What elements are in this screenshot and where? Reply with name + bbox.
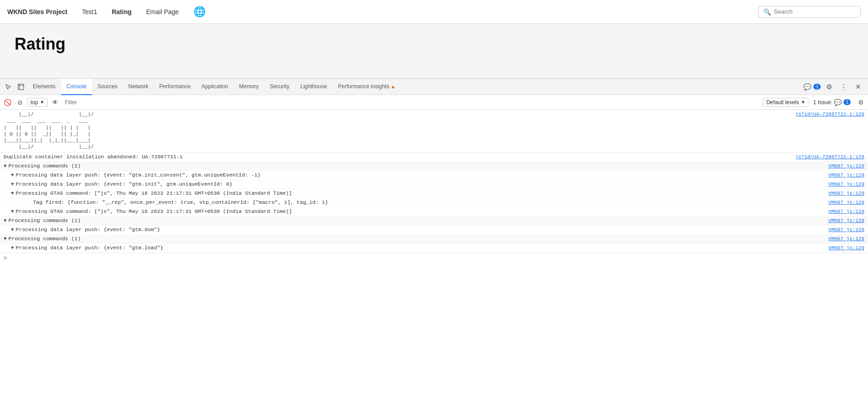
init-consent-source[interactable]: VM607 js:129 — [828, 172, 864, 178]
init-consent-text: Processing data layer push: {event: "gtm… — [16, 172, 828, 178]
expand-cmd2[interactable]: ▼ — [4, 163, 7, 169]
inspect-icon[interactable] — [15, 81, 27, 93]
init-text: Processing data layer push: {event: "gtm… — [16, 181, 828, 187]
entry-gtm-load: ▼ Processing data layer push: {event: "g… — [0, 244, 868, 253]
nav-link-test1[interactable]: Test1 — [82, 8, 97, 15]
cmd1b-label: Processing commands (1) — [9, 236, 828, 242]
tab-performance[interactable]: Performance — [154, 79, 196, 95]
cmd1b-source[interactable]: VM607 js:129 — [828, 236, 864, 242]
gtag2-source[interactable]: VM607 js:129 — [828, 208, 864, 214]
tab-memory[interactable]: Memory — [234, 79, 264, 95]
nav-link-rating[interactable]: Rating — [112, 8, 132, 15]
entry-gtag2: ▼ Processing GTAG command: ["js", Thu Ma… — [0, 207, 868, 217]
ascii-line-google: ___ ___ ___ ___ _ ___ — [4, 118, 864, 124]
issues-button[interactable]: 💬 1 — [803, 83, 821, 91]
tab-security[interactable]: Security — [264, 79, 295, 95]
entry-init-consent: ▼ Processing data layer push: {event: "g… — [0, 171, 868, 180]
tab-elements[interactable]: Elements — [27, 79, 61, 95]
search-input[interactable] — [774, 8, 856, 15]
source-link-duplicate[interactable]: js?id=UA-72067721-1:129 — [795, 154, 864, 160]
ascii-art-section: js?id=UA-72067721-1:129 |__|/ |__|/ ___ … — [0, 110, 868, 153]
tab-sources[interactable]: Sources — [92, 79, 123, 95]
cmd2-label: Processing commands (2) — [9, 163, 828, 169]
gtag1-text: Processing GTAG command: ["js", Thu May … — [16, 190, 828, 196]
devtools-actions: 💬 1 ⚙ ⋮ ✕ — [803, 81, 866, 93]
tab-network[interactable]: Network — [123, 79, 154, 95]
chat-icon: 💬 — [803, 83, 811, 91]
entry-init: ▼ Processing data layer push: {event: "g… — [0, 180, 868, 189]
cmd2-source[interactable]: VM607 js:129 — [828, 163, 864, 169]
init-source[interactable]: VM607 js:129 — [828, 181, 864, 187]
stop-recording-button[interactable]: ⊘ — [15, 97, 25, 108]
nav-link-email[interactable]: Email Page — [146, 8, 179, 15]
expand-init[interactable]: ▼ — [11, 181, 14, 187]
gtm-dom-source[interactable]: VM607 js:129 — [828, 227, 864, 232]
issues-text: 1 Issue: — [813, 99, 832, 106]
processing-commands-1a: ▼ Processing commands (1) VM607 js:129 — [0, 217, 868, 226]
top-label: top — [30, 99, 38, 106]
expand-gtag2[interactable]: ▼ — [11, 208, 14, 214]
page-content-area: Rating — [0, 24, 868, 78]
search-box: 🔍 — [758, 6, 861, 18]
expand-init-consent[interactable]: ▼ — [11, 172, 14, 178]
console-issues-btn[interactable]: 1 Issue: 💬 1 — [810, 98, 853, 107]
cmd1a-source[interactable]: VM607 js:129 — [828, 217, 864, 223]
devtools-panel: Elements Console Sources Network Perform… — [0, 78, 868, 399]
gtm-load-source[interactable]: VM607 js:129 — [828, 245, 864, 251]
tab-application[interactable]: Application — [196, 79, 234, 95]
entry-tag-fired: ▼ Tag fired: {function: "__rep", once_pe… — [0, 198, 868, 207]
more-options-button[interactable]: ⋮ — [837, 81, 850, 93]
console-filter-input[interactable] — [62, 98, 762, 106]
dropdown-icon: ▼ — [40, 100, 45, 105]
levels-dropdown-icon: ▼ — [801, 100, 806, 105]
tab-console[interactable]: Console — [61, 79, 92, 95]
console-toolbar: 🚫 ⊘ top ▼ 👁 Default levels ▼ 1 Issue: 💬 … — [0, 95, 868, 110]
tag-fired-text: Tag fired: {function: "__rep", once_per_… — [27, 199, 828, 205]
gtag2-text: Processing GTAG command: ["js", Thu May … — [16, 208, 828, 214]
console-output[interactable]: js?id=UA-72067721-1:129 |__|/ |__|/ ___ … — [0, 110, 868, 399]
source-link-ascii[interactable]: js?id=UA-72067721-1:129 — [795, 111, 864, 117]
ascii-line-3: | || || || || | | | — [4, 125, 864, 131]
nav-brand[interactable]: WKND Sites Project — [7, 8, 67, 15]
expand-cmd1a[interactable]: ▼ — [4, 217, 7, 223]
gtm-dom-text: Processing data layer push: {event: "gtm… — [16, 227, 828, 232]
cursor-icon[interactable] — [2, 81, 15, 93]
tab-lighthouse[interactable]: Lighthouse — [295, 79, 333, 95]
issues-count-badge: 1 — [843, 99, 851, 105]
ascii-line-4: | O || O || _|| || |_| | — [4, 131, 864, 137]
levels-label: Default levels — [766, 99, 799, 106]
console-entry-duplicate: Duplicate container installation abandon… — [0, 153, 868, 162]
warning-icon: ▲ — [391, 84, 396, 89]
eye-icon-button[interactable]: 👁 — [50, 97, 61, 108]
top-nav: WKND Sites Project Test1 Rating Email Pa… — [0, 0, 868, 24]
cmd1a-label: Processing commands (1) — [9, 217, 828, 223]
cursor-arrow: > — [4, 255, 7, 262]
expand-gtm-load[interactable]: ▼ — [11, 245, 14, 251]
console-cursor-row[interactable]: > — [0, 253, 868, 263]
search-icon: 🔍 — [763, 8, 771, 15]
globe-icon[interactable]: 🌐 — [193, 6, 206, 18]
expand-cmd1b[interactable]: ▼ — [4, 236, 7, 242]
duplicate-msg: Duplicate container installation abandon… — [4, 154, 795, 160]
tab-performance-insights[interactable]: Performance insights ▲ — [333, 79, 401, 95]
ascii-line-1: |__|/ |__|/ — [4, 111, 864, 118]
entry-gtm-dom: ▼ Processing data layer push: {event: "g… — [0, 226, 868, 235]
top-context-selector[interactable]: top ▼ — [27, 98, 48, 107]
devtools-tab-bar: Elements Console Sources Network Perform… — [0, 79, 868, 95]
console-settings-button[interactable]: ⚙ — [855, 97, 866, 108]
ascii-line-5: |___||___||_| |_|_||___|___| — [4, 137, 864, 144]
gtag1-source[interactable]: VM607 js:129 — [828, 190, 864, 196]
issues-badge: 1 — [813, 84, 821, 90]
gtm-load-text: Processing data layer push: {event: "gtm… — [16, 245, 828, 251]
log-levels-selector[interactable]: Default levels ▼ — [763, 98, 808, 107]
clear-console-button[interactable]: 🚫 — [2, 97, 13, 108]
settings-button[interactable]: ⚙ — [823, 81, 835, 93]
expand-gtag1[interactable]: ▼ — [11, 190, 14, 196]
close-devtools-button[interactable]: ✕ — [852, 81, 864, 93]
processing-commands-2: ▼ Processing commands (2) VM607 js:129 — [0, 162, 868, 171]
ascii-line-6: |__|/ |__|/ — [4, 144, 864, 150]
tag-fired-source[interactable]: VM607 js:129 — [828, 199, 864, 205]
entry-gtag1: ▼ Processing GTAG command: ["js", Thu Ma… — [0, 189, 868, 198]
issues-chat-icon: 💬 — [834, 99, 842, 106]
expand-gtm-dom[interactable]: ▼ — [11, 227, 14, 232]
